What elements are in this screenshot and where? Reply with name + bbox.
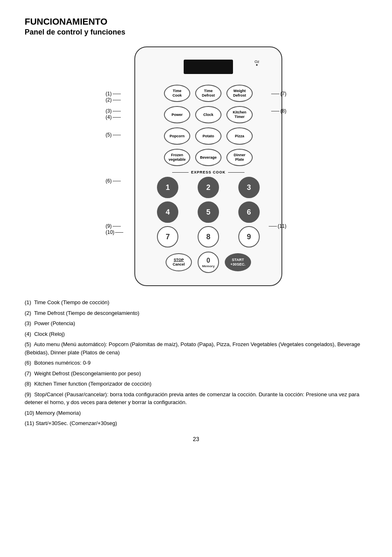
callout-9: (9): [106, 223, 122, 229]
num-btn-9[interactable]: 9: [238, 226, 260, 247]
frozen-vegetable-btn[interactable]: Frozen vegetable: [164, 149, 190, 166]
num-btn-5[interactable]: 5: [198, 201, 219, 223]
stop-cancel-btn[interactable]: STOP Cancel: [166, 253, 192, 271]
legend-item-5: (5) Auto menu (Menú automático): Popcorn…: [25, 340, 367, 356]
legend-item-2: (2) Time Defrost (Tiempo de descongelami…: [25, 309, 367, 317]
callout-10: (10): [106, 229, 124, 235]
legend-list: (1) Time Cook (Tiempo de cocción) (2) Ti…: [25, 298, 367, 428]
microwave-panel: Oz Time Cook Time Defrost Weight Defrost: [134, 46, 282, 286]
legend-item-3: (3) Power (Potencia): [25, 319, 367, 328]
btn-row-1: Time Cook Time Defrost Weight Defrost: [145, 85, 272, 102]
popcorn-btn[interactable]: Popcorn: [164, 127, 190, 145]
legend-item-11: (11) Start/+30Sec. (Comenzar/+30seg): [25, 419, 367, 428]
legend-item-7: (7) Weight Defrost (Descongelamiento por…: [25, 370, 367, 378]
page-title: FUNCIONAMIENTO: [25, 16, 367, 27]
time-cook-btn[interactable]: Time Cook: [164, 85, 190, 102]
btn-row-2: Power Clock Kitchen Timer: [145, 106, 272, 123]
num-btn-2[interactable]: 2: [198, 177, 219, 198]
legend-item-4: (4) Clock (Reloj): [25, 330, 367, 338]
page-number: 23: [25, 436, 367, 442]
callout-4: (4): [106, 114, 122, 120]
callout-1: (1): [106, 91, 122, 97]
start-btn[interactable]: START +30SEC.: [225, 253, 251, 271]
diagram-container: (1) (2) (3) (4) (5): [25, 46, 367, 286]
callout-2: (2): [106, 97, 122, 103]
oz-dot: [256, 64, 258, 66]
display-area: Oz: [145, 55, 272, 78]
power-btn[interactable]: Power: [164, 106, 190, 123]
num-btn-8[interactable]: 8: [198, 226, 219, 247]
btn-row-3: Popcorn Potato Pizza: [145, 127, 272, 145]
page-subtitle: Panel de control y funciones: [25, 28, 367, 37]
pizza-btn[interactable]: Pizza: [226, 127, 253, 145]
num-btn-1[interactable]: 1: [157, 177, 178, 198]
potato-btn[interactable]: Potato: [195, 127, 221, 145]
btn-row-4: Frozen vegetable Beverage Dinner Plate: [145, 149, 272, 166]
dinner-plate-btn[interactable]: Dinner Plate: [226, 149, 253, 166]
num-btn-4[interactable]: 4: [157, 201, 178, 223]
beverage-btn[interactable]: Beverage: [195, 149, 221, 166]
clock-btn[interactable]: Clock: [195, 106, 221, 123]
oz-label: Oz: [254, 60, 259, 66]
panel-wrapper: (1) (2) (3) (4) (5): [110, 46, 282, 286]
num-btn-7[interactable]: 7: [157, 226, 178, 247]
legend-item-9: (9) Stop/Cancel (Pausar/cancelar): borra…: [25, 391, 367, 407]
legend-item-1: (1) Time Cook (Tiempo de cocción): [25, 298, 367, 307]
time-defrost-btn[interactable]: Time Defrost: [195, 85, 221, 102]
legend-item-6: (6) Botones numéricos: 0-9: [25, 359, 367, 367]
display-screen: [184, 60, 233, 74]
express-cook-label: EXPRESS COOK: [145, 170, 272, 174]
number-grid: 1 2 3 4 5 6 7 8 9: [149, 177, 267, 247]
weight-defrost-btn[interactable]: Weight Defrost: [226, 85, 253, 102]
bottom-row: STOP Cancel 0 Memory START +30SEC.: [145, 252, 272, 273]
kitchen-timer-btn[interactable]: Kitchen Timer: [226, 106, 253, 123]
legend-item-8: (8) Kitchen Timer function (Temporizador…: [25, 380, 367, 388]
callout-6: (6): [106, 178, 122, 184]
num-btn-6[interactable]: 6: [238, 201, 260, 223]
callout-5: (5): [106, 132, 122, 138]
legend-item-10: (10) Memory (Memoria): [25, 409, 367, 417]
callout-3: (3): [106, 108, 122, 114]
zero-memory-btn[interactable]: 0 Memory: [198, 252, 219, 273]
num-btn-3[interactable]: 3: [238, 177, 260, 198]
